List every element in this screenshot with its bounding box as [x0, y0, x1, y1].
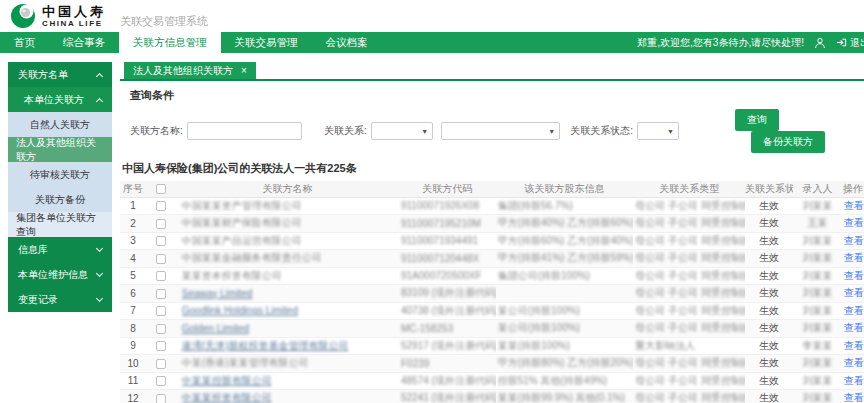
sidebar-item[interactable]: 信息库	[8, 237, 112, 262]
party-code-cell: F0239	[399, 355, 496, 373]
view-link[interactable]: 查看	[844, 375, 864, 386]
shareholder-info: 集团(持股56.7%)	[498, 200, 573, 211]
nav-item[interactable]: 关联交易管理	[221, 32, 312, 53]
relation-type: 母公司 子公司 同受控制的法人	[635, 357, 745, 368]
select-all-checkbox[interactable]	[156, 184, 166, 194]
view-link[interactable]: 查看	[844, 235, 864, 246]
sidebar-item[interactable]: 本单位维护信息	[8, 262, 112, 287]
view-link[interactable]: 查看	[844, 322, 864, 333]
table-row: 4中国某某金融服务有限责任公司9110007120448X甲方(持股41%) 乙…	[120, 250, 864, 268]
row-checkbox[interactable]	[156, 289, 166, 299]
backup-parties-button[interactable]: 备份关联方	[751, 131, 825, 153]
sidebar-item[interactable]: 法人及其他组织关联方	[8, 137, 112, 162]
query-form: 关联方名称: 关联关系: ▼ ▼ 关联关系状态: ▼ 查询 备份关联方	[130, 109, 852, 153]
party-name-cell: 中国某某财产保险有限公司	[176, 215, 399, 233]
entry-person: 王某	[807, 217, 827, 228]
row-checkbox[interactable]	[156, 201, 166, 211]
party-name: Golden Limited	[182, 323, 249, 334]
party-code: 91A000720500XF	[401, 270, 482, 281]
view-link[interactable]: 查看	[844, 287, 864, 298]
row-checkbox[interactable]	[156, 341, 166, 351]
party-name-cell: 中国某某产品运营有限公司	[176, 232, 399, 250]
close-icon[interactable]: ×	[241, 66, 247, 76]
relation-type: 母公司 子公司 同受控制的法人	[635, 305, 745, 316]
entry-person: 刘某某	[802, 252, 832, 263]
shareholder-info: 某某(持股100%)	[498, 340, 570, 351]
view-link[interactable]: 查看	[844, 252, 864, 263]
view-link[interactable]: 查看	[844, 200, 864, 211]
row-checkbox[interactable]	[156, 271, 166, 281]
top-nav: 首页综合事务关联方信息管理关联交易管理会议档案 郑重,欢迎您,您有3条待办,请尽…	[0, 32, 864, 53]
view-link[interactable]: 查看	[844, 392, 864, 403]
nav-items: 首页综合事务关联方信息管理关联交易管理会议档案	[0, 32, 382, 53]
row-checkbox[interactable]	[156, 219, 166, 229]
view-link[interactable]: 查看	[844, 357, 864, 368]
logout-button[interactable]: 退出	[836, 36, 864, 50]
party-code-cell: 91100071926X08	[399, 197, 496, 215]
logout-label: 退出	[850, 36, 864, 50]
view-link[interactable]: 查看	[844, 340, 864, 351]
nav-item[interactable]: 关联方信息管理	[119, 32, 221, 53]
sidebar-item[interactable]: 关联方备份	[8, 187, 112, 212]
sidebar-item[interactable]: 集团各单位关联方查询	[8, 212, 112, 237]
content-area: 关联方名单本单位关联方自然人关联方法人及其他组织关联方待审核关联方关联方备份集团…	[0, 53, 864, 403]
party-name: 中国某某产品运营有限公司	[182, 235, 302, 246]
sidebar-item[interactable]: 自然人关联方	[8, 112, 112, 137]
relation-type: 母公司 子公司 同受控制的法人	[635, 322, 745, 333]
sidebar-item[interactable]: 本单位关联方	[8, 87, 112, 112]
view-link[interactable]: 查看	[844, 217, 864, 228]
relation-type: 母公司 子公司 同受控制的法人	[635, 375, 745, 386]
party-code: MC-158253	[401, 323, 453, 334]
entry-person-cell: 刘某某	[793, 302, 841, 320]
relation-type: 母公司 子公司 同受控制的法人	[635, 270, 745, 281]
row-checkbox[interactable]	[156, 376, 166, 386]
entry-person-cell: 王某	[793, 215, 841, 233]
sidebar-menu: 关联方名单本单位关联方自然人关联方法人及其他组织关联方待审核关联方关联方备份集团…	[0, 62, 120, 403]
row-checkbox[interactable]	[156, 236, 166, 246]
view-link[interactable]: 查看	[844, 305, 864, 316]
row-checkbox[interactable]	[156, 254, 166, 264]
party-name: 中国某某资产管理有限公司	[182, 200, 302, 211]
row-checkbox[interactable]	[156, 394, 166, 403]
party-code: 52241 (境外注册代码)	[401, 392, 496, 403]
nav-item[interactable]: 会议档案	[312, 32, 382, 53]
tab-legal-person-parties[interactable]: 法人及其他组织关联方 ×	[124, 62, 256, 79]
logo-cn: 中国人寿	[42, 5, 106, 18]
row-checkbox[interactable]	[156, 324, 166, 334]
sidebar-item-label: 变更记录	[18, 293, 58, 307]
app-header: 中国人寿 CHINA LIFE 关联交易管理系统	[0, 0, 864, 32]
party-code-cell: MC-158253	[399, 320, 496, 338]
header-relation-type: 关联关系类型	[633, 181, 745, 197]
row-checkbox-cell	[146, 285, 176, 303]
row-number: 9	[120, 337, 146, 355]
row-checkbox[interactable]	[156, 306, 166, 316]
relation-select-2[interactable]: ▼	[441, 122, 560, 140]
operation-cell: 查看	[842, 232, 864, 250]
nav-spacer	[382, 32, 638, 53]
sidebar-item[interactable]: 关联方名单	[8, 62, 112, 87]
party-name-input[interactable]	[187, 122, 302, 140]
row-checkbox[interactable]	[156, 359, 166, 369]
nav-item[interactable]: 综合事务	[49, 32, 119, 53]
shareholder-info-cell: 某公司(持股100%)	[496, 302, 634, 320]
sidebar-item[interactable]: 待审核关联方	[8, 162, 112, 187]
search-button[interactable]: 查询	[735, 109, 779, 131]
nav-item[interactable]: 首页	[0, 32, 49, 53]
sidebar-item-label: 本单位维护信息	[18, 268, 88, 282]
relation-select-1[interactable]: ▼	[371, 122, 433, 140]
party-name: Goodlink Holdings Limited	[182, 305, 298, 316]
table-row: 5某某资本投资有限公司91A000720500XF集团公司(持股100%)母公司…	[120, 267, 864, 285]
user-icon[interactable]	[814, 37, 826, 49]
view-link[interactable]: 查看	[844, 270, 864, 281]
entry-person: 刘某某	[802, 270, 832, 281]
relation-type: 母公司 子公司 同受控制的法人	[635, 200, 745, 211]
relation-status-cell: 生效	[745, 355, 793, 373]
table-row: 8Golden LimitedMC-158253某公司(持股100%)母公司 子…	[120, 320, 864, 338]
row-number: 11	[120, 372, 146, 390]
table-row: 12中某某投资有限公司52241 (境外注册代码)某某(持股99.9%) 其他(…	[120, 390, 864, 403]
party-code-cell: 52241 (境外注册代码)	[399, 390, 496, 403]
shareholder-info: 甲方(持股40%) 乙方(持股60%)	[498, 217, 634, 228]
sidebar-item-label: 关联方备份	[35, 193, 85, 207]
relation-status-select[interactable]: ▼	[637, 122, 679, 140]
sidebar-item[interactable]: 变更记录	[8, 287, 112, 312]
